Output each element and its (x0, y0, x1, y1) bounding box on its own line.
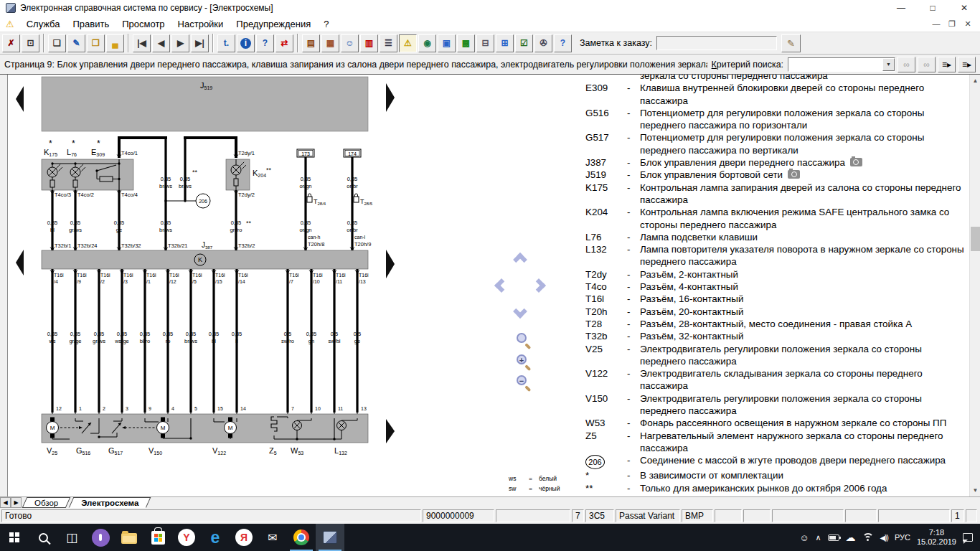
tray-expand-icon[interactable]: ∧ (815, 533, 821, 542)
vehicle-button[interactable]: ▄ (106, 34, 124, 52)
mail-button[interactable]: ✉ (258, 524, 287, 551)
minimize-button[interactable]: — (885, 0, 917, 16)
edge-button[interactable]: e (201, 524, 230, 551)
chrome-button[interactable] (287, 524, 316, 551)
car-search-button[interactable]: ⊞ (496, 34, 514, 52)
legend-entry: E309-Клавиша внутренней блокировки двере… (585, 82, 968, 107)
last-page-button[interactable]: ▶| (191, 34, 209, 52)
legend-entry: L132-Лампа повторителя указателя поворот… (585, 243, 968, 268)
scroll-down-icon[interactable]: ▼ (970, 484, 980, 496)
tab-scroll-right-button[interactable]: ▶ (11, 497, 22, 508)
new-document-button[interactable]: ❏ (48, 34, 66, 52)
repair-manual-button[interactable]: ▦ (321, 34, 339, 52)
menu-item-настройки[interactable]: Настройки (171, 17, 230, 31)
mdi-restore-button[interactable]: ❐ (944, 19, 960, 29)
legend-dash: - (627, 206, 640, 218)
search-criteria-combobox[interactable]: ▼ (788, 57, 895, 72)
task-view-button[interactable]: ◫ (57, 524, 86, 551)
menu-item-?[interactable]: ? (317, 17, 335, 31)
first-page-button[interactable]: |◀ (133, 34, 151, 52)
jump-button[interactable]: t. (217, 34, 235, 52)
svg-text:T16l: T16l (336, 273, 346, 278)
svg-text:*: * (72, 138, 75, 149)
swap-button[interactable]: ⇄ (275, 34, 293, 52)
help-button[interactable]: ? (256, 34, 274, 52)
search-prev-button[interactable]: ∞ (918, 57, 936, 72)
sheet-tab-bar: ◀ ▶ ОбзорЭлектросхема (0, 496, 980, 508)
people-icon[interactable]: ☺ (799, 532, 809, 543)
vertical-scrollbar[interactable]: ▲ ▼ (969, 75, 980, 496)
zoom-in-button[interactable]: + (515, 353, 534, 372)
menu-item-просмотр[interactable]: Просмотр (116, 17, 171, 31)
svg-text:173: 173 (301, 151, 310, 156)
exit-button[interactable]: ✗ (2, 34, 20, 52)
edit-document-button[interactable]: ✎ (67, 34, 85, 52)
green-binder-button[interactable]: ▩ (457, 34, 475, 52)
combobox-dropdown-icon[interactable]: ▼ (882, 58, 895, 71)
legend-dash: - (627, 454, 640, 466)
menu-item-предупреждения[interactable]: Предупреждения (230, 17, 317, 31)
wifi-icon[interactable] (862, 533, 874, 542)
menu-item-править[interactable]: Править (67, 17, 116, 31)
tools-button[interactable]: ✇ (534, 34, 552, 52)
legend-dash: - (627, 231, 640, 243)
car-data-button[interactable]: ⊟ (476, 34, 494, 52)
tab-обзор[interactable]: Обзор (24, 497, 68, 508)
windows-taskbar: ◫YeЯ✉ ☺ ∧ ☁ ◀)) РУС 7:18 15.02.2019 (0, 524, 980, 551)
legend-dash: - (627, 131, 640, 143)
monitor-button[interactable]: ▣ (438, 34, 456, 52)
parts-catalog-button[interactable]: ▤ (302, 34, 320, 52)
menu-item-служба[interactable]: Служба (20, 17, 67, 31)
zoom-out-button[interactable]: − (515, 374, 534, 392)
file-explorer-button[interactable] (115, 524, 143, 551)
yandex-browser-button[interactable]: Y (172, 524, 201, 551)
zoom-reset-button[interactable] (515, 331, 534, 350)
svg-text:1: 1 (79, 406, 82, 411)
search-criteria-value[interactable] (788, 58, 882, 71)
action-center-icon[interactable] (963, 533, 973, 542)
scrollbar-thumb[interactable] (971, 227, 980, 251)
start-button[interactable] (0, 524, 29, 551)
yandex-search-button[interactable]: Я (230, 524, 258, 551)
legend-dash: - (627, 330, 640, 342)
list-back-button[interactable]: ≡▸ (958, 57, 976, 72)
checklist-button[interactable]: ☑ (515, 34, 533, 52)
info-button[interactable]: i (237, 34, 255, 52)
search-button[interactable] (29, 524, 57, 551)
search-next-button[interactable]: ∞ (897, 57, 915, 72)
svg-text:G517: G517 (108, 446, 123, 456)
red-book-button[interactable]: ▥ (360, 34, 378, 52)
photo-icon[interactable] (788, 170, 800, 179)
order-note-input[interactable] (656, 36, 777, 50)
next-page-button[interactable]: ▶ (171, 34, 189, 52)
photo-icon[interactable] (850, 158, 862, 166)
clock[interactable]: 7:18 15.02.2019 (917, 528, 956, 547)
svg-text:T16l: T16l (54, 273, 64, 278)
print-button[interactable]: ⊡ (22, 34, 39, 52)
scroll-up-icon[interactable]: ▲ (970, 75, 980, 87)
order-document-button[interactable]: ❐ (87, 34, 105, 52)
prev-page-button[interactable]: ◀ (152, 34, 170, 52)
doc-help-button[interactable]: ? (554, 34, 572, 52)
language-indicator[interactable]: РУС (895, 533, 910, 542)
battery-icon[interactable] (828, 534, 839, 541)
order-note-button[interactable]: ✎ (781, 34, 801, 52)
list-forward-button[interactable]: ≡▸ (938, 57, 956, 72)
volume-icon[interactable]: ◀)) (880, 534, 888, 542)
cortana-button[interactable] (86, 524, 115, 551)
mdi-close-button[interactable]: ✕ (960, 19, 976, 29)
elsa-app-button[interactable] (316, 524, 344, 551)
svg-text:br/ws: br/ws (159, 227, 172, 233)
document-list-button[interactable]: ☰ (380, 34, 397, 52)
maximize-button[interactable]: □ (917, 0, 948, 16)
onedrive-icon[interactable]: ☁ (846, 532, 856, 543)
component-description: Лампа повторителя указателя поворота в н… (640, 243, 968, 268)
customer-button[interactable]: ☺ (341, 34, 359, 52)
tab-scroll-left-button[interactable]: ◀ (0, 497, 11, 508)
store-button[interactable] (143, 524, 172, 551)
warning-button-button[interactable]: ⚠ (399, 34, 417, 52)
mdi-minimize-button[interactable]: — (928, 19, 944, 28)
globe-button[interactable]: ◉ (418, 34, 436, 52)
tab-электросхема[interactable]: Электросхема (71, 497, 149, 508)
close-button[interactable]: ✕ (948, 0, 980, 16)
